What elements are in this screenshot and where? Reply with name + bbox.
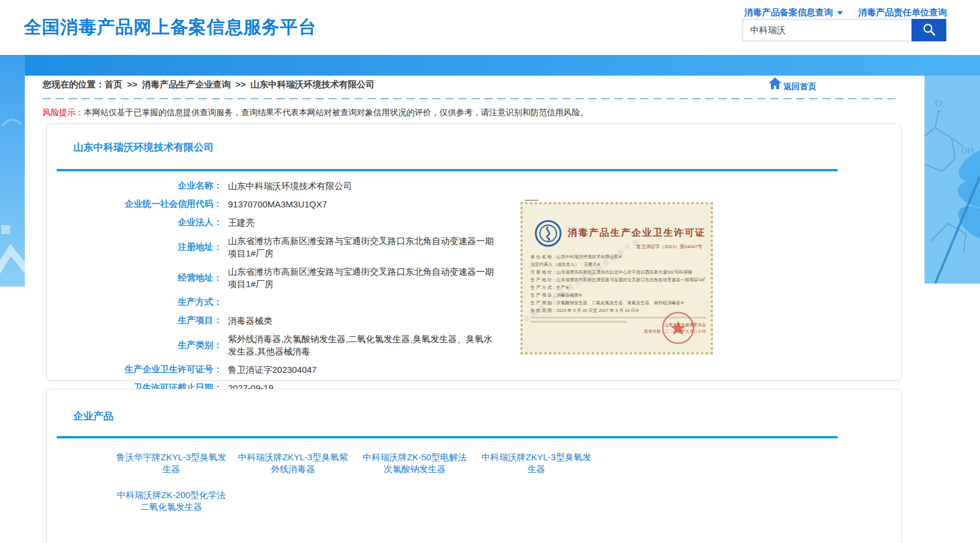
field-value: 山东中科瑞沃环境技术有限公司 [228, 180, 500, 192]
field-label: 企业法人： [47, 217, 222, 228]
certificate-title: 消毒产品生产企业卫生许可证 [568, 227, 706, 239]
field-row: 企业名称：山东中科瑞沃环境技术有限公司 [47, 180, 561, 192]
dashed-divider [43, 98, 900, 99]
search-bar [743, 19, 946, 41]
return-home-label: 返回首页 [783, 82, 816, 92]
certificate-line: 生 产 项 目：消毒器械类※ [530, 291, 706, 299]
field-value: 鲁卫消证字202304047 [228, 363, 500, 376]
field-label: 经营地址： [47, 272, 222, 284]
product-link[interactable]: 中科瑞沃牌ZKYL-3型臭氧发生器 [476, 451, 597, 475]
field-label: 企业名称： [47, 180, 222, 191]
breadcrumb-current-page: 山东中科瑞沃环境技术有限公司 [250, 79, 375, 89]
field-label: 注册地址： [47, 242, 222, 253]
product-link[interactable]: 中科瑞沃牌ZK-50型电解法次氯酸钠发生器 [354, 451, 476, 475]
field-row: 生产企业卫生许可证号：鲁卫消证字202304047 [47, 363, 561, 376]
breadcrumb-separator: >> [127, 79, 138, 89]
field-value: 91370700MA3M3U1QX7 [228, 198, 500, 210]
nav-responsible-unit-query[interactable]: 消毒产品责任单位查询 [858, 7, 947, 18]
products-card-title: 企业产品 [73, 409, 113, 423]
nav-responsible-unit-query-label: 消毒产品责任单位查询 [858, 7, 947, 18]
svg-text:O: O [935, 98, 942, 108]
card-title-divider [57, 169, 838, 171]
field-row: 企业法人：王建亮 [47, 216, 561, 229]
field-row: 注册地址：山东省潍坊市高新区潍安路与宝通街交叉路口东北角自动变速器一期项目1#厂… [47, 235, 561, 259]
certificate-line: 生 产 类 别：次氯酸钠发生器、二氧化氯发生器、臭氧发生器、紫外线消毒器※ [530, 299, 706, 307]
field-row: 生产项目：消毒器械类 [47, 314, 561, 327]
company-fields: 企业名称：山东中科瑞沃环境技术有限公司 企业统一社会信用代码：91370700M… [47, 180, 561, 400]
fine-print-decor [530, 321, 627, 323]
hygiene-license-certificate-image[interactable]: 全国消毒产品网上备案信息服务平台 消毒产品生产企业卫生许可证 鲁卫消证字（202… [520, 202, 713, 355]
chart-arrow-decor [0, 55, 25, 287]
certificate-line: 生 产 方 式：生产※ [530, 284, 706, 291]
field-label: 生产企业卫生许可证号： [47, 364, 222, 375]
field-row: 生产类别：紫外线消毒器,次氯酸钠发生器,二氧化氯发生器,臭氧发生器、臭氧水发生器… [47, 333, 561, 357]
certificate-line: 注 册 地 址：山东省潍坊高新区玉清东街以北中心次干道以西高新大厦502号科研楼 [530, 268, 706, 276]
field-row: 生产方式： [47, 296, 561, 308]
breadcrumb-enterprise-query[interactable]: 消毒产品生产企业查询 [142, 79, 231, 89]
red-seal-icon [661, 311, 695, 347]
return-home-link[interactable]: 返回首页 [768, 77, 816, 92]
certificate-line: 法定代表人（或负责人）：王建亮※ [530, 261, 706, 268]
field-value: 山东省潍坊市高新区潍安路与宝通街交叉路口东北角自动变速器一期项目1#厂房 [228, 265, 500, 290]
breadcrumb-separator: >> [236, 79, 246, 89]
field-row: 企业统一社会信用代码：91370700MA3M3U1QX7 [47, 198, 561, 210]
right-decor-image: O OH [924, 76, 980, 284]
risk-notice: 风险提示：本网站仅基于已掌握的信息提供查询服务，查询结果不代表本网站对被查询对象… [43, 108, 588, 118]
header-band [0, 55, 980, 76]
molecule-decor: O OH [924, 76, 980, 284]
certificate-number: 鲁卫消证字（2023）第04047号 [636, 243, 702, 250]
nav-record-info-query[interactable]: 消毒产品备案信息查询 [744, 7, 843, 18]
field-label: 生产类别： [47, 340, 222, 351]
breadcrumb: 您现在的位置：首页>>消毒产品生产企业查询>>山东中科瑞沃环境技术有限公司 [43, 79, 375, 90]
certificate-line: 生 产 地 址：山东省潍坊市高新区潍安路与宝通街交叉路口东北角自动变速器一期项目… [530, 276, 706, 284]
risk-notice-text: 本网站仅基于已掌握的信息提供查询服务，查询结果不代表本网站对被查询对象信用状况的… [84, 108, 588, 117]
card-title-divider [57, 436, 838, 438]
field-label: 企业统一社会信用代码： [47, 199, 222, 210]
top-nav: 消毒产品备案信息查询 消毒产品责任单位查询 [744, 7, 947, 18]
search-icon [922, 22, 937, 39]
company-info-card: 山东中科瑞沃环境技术有限公司 企业名称：山东中科瑞沃环境技术有限公司 企业统一社… [46, 123, 902, 381]
field-label: 生产方式： [47, 297, 222, 308]
risk-notice-label: 风险提示： [43, 108, 84, 117]
product-link[interactable]: 中科瑞沃牌ZKYL-3型臭氧紫外线消毒器 [232, 451, 354, 475]
field-value: 山东省潍坊市高新区潍安路与宝通街交叉路口东北角自动变速器一期项目1#厂房 [228, 235, 500, 259]
product-link[interactable]: 鲁沃华宇牌ZKYL-3型臭氧发生器 [110, 451, 232, 475]
field-value: 王建亮 [228, 216, 500, 229]
chevron-down-icon [837, 11, 843, 15]
search-button[interactable] [911, 19, 946, 41]
breadcrumb-home[interactable]: 首页 [105, 79, 122, 89]
search-input[interactable] [743, 19, 911, 41]
small-dash-decor [525, 200, 538, 201]
left-decor-image [0, 55, 25, 287]
nav-record-info-query-label: 消毒产品备案信息查询 [744, 7, 833, 18]
product-link[interactable]: 中科瑞沃牌ZK-200型化学法二氧化氯发生器 [110, 489, 232, 513]
health-emblem-icon [535, 220, 562, 249]
products-card: 企业产品 鲁沃华宇牌ZKYL-3型臭氧发生器 中科瑞沃牌ZKYL-3型臭氧紫外线… [46, 389, 902, 543]
field-label: 生产项目： [47, 315, 222, 326]
svg-text:OH: OH [961, 146, 974, 155]
field-value: 紫外线消毒器,次氯酸钠发生器,二氧化氯发生器,臭氧发生器、臭氧水发生器,其他器械… [228, 333, 500, 357]
product-list: 鲁沃华宇牌ZKYL-3型臭氧发生器 中科瑞沃牌ZKYL-3型臭氧紫外线消毒器 中… [110, 451, 618, 513]
field-row: 经营地址：山东省潍坊市高新区潍安路与宝通街交叉路口东北角自动变速器一期项目1#厂… [47, 265, 561, 290]
home-icon [768, 77, 782, 92]
company-card-title: 山东中科瑞沃环境技术有限公司 [73, 141, 214, 154]
field-value: 消毒器械类 [228, 314, 500, 327]
breadcrumb-label: 您现在的位置： [43, 79, 105, 89]
page-title: 全国消毒产品网上备案信息服务平台 [24, 15, 317, 40]
certificate-line: 单 位 名 称：山东中科瑞沃环境技术有限公司※ [530, 253, 706, 261]
